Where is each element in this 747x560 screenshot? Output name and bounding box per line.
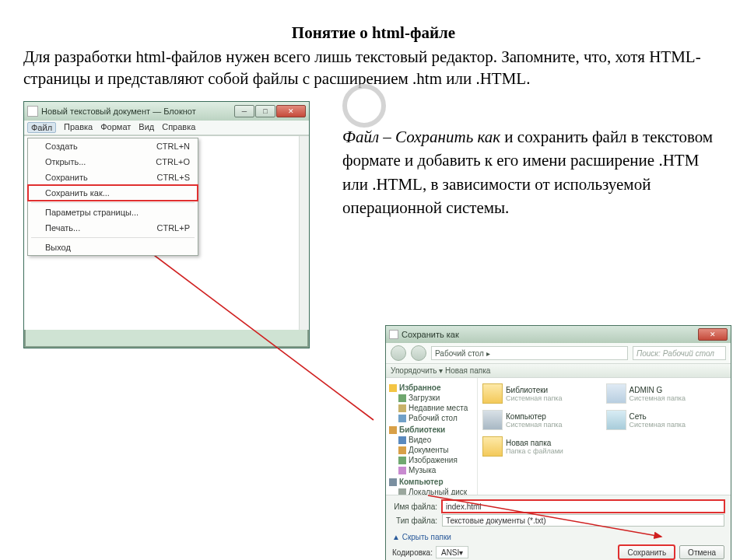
file-dropdown: Создать CTRL+N Открыть... CTRL+O Сохрани… — [27, 138, 198, 256]
menu-item-save-as[interactable]: Сохранить как... — [28, 185, 198, 201]
nav-localdisk[interactable]: Локальный диск — [388, 487, 475, 495]
notepad-menubar: Файл Правка Формат Вид Справка — [24, 121, 309, 135]
search-input[interactable]: Поиск: Рабочий стол — [633, 346, 726, 360]
item-computer[interactable]: КомпьютерСистемная папка — [482, 408, 603, 432]
saveas-title: Сохранить как — [402, 330, 697, 339]
menu-help[interactable]: Справка — [162, 122, 195, 133]
breadcrumb[interactable]: Рабочий стол ▸ — [431, 346, 628, 360]
save-button[interactable]: Сохранить — [619, 545, 675, 559]
decor-circle — [342, 84, 386, 128]
slide-heading: Понятие о html-файле — [23, 23, 724, 43]
saveas-icon — [389, 330, 398, 339]
notepad-window: Новый текстовый документ — Блокнот ─ □ ✕… — [23, 101, 310, 348]
instruction-paragraph: Файл – Сохранить как и сохранить файл в … — [342, 125, 724, 220]
nav-back-button[interactable] — [391, 345, 406, 361]
menu-item-save[interactable]: Сохранить CTRL+S — [28, 170, 198, 185]
intro-paragraph: Для разработки html-файлов нужен всего л… — [23, 46, 724, 90]
saveas-close-button[interactable]: ✕ — [698, 328, 728, 341]
nav-downloads[interactable]: Загрузки — [388, 393, 475, 403]
item-user[interactable]: ADMIN GСистемная папка — [606, 381, 727, 406]
menu-format[interactable]: Формат — [100, 122, 131, 133]
nav-images[interactable]: Изображения — [388, 455, 475, 465]
notepad-title: Новый текстовый документ — Блокнот — [41, 107, 233, 116]
scrollbar-vertical[interactable] — [299, 136, 309, 330]
maximize-button[interactable]: □ — [255, 105, 275, 117]
menu-item-print[interactable]: Печать... CTRL+P — [28, 220, 198, 236]
filetype-label: Тип файла: — [392, 516, 437, 525]
nav-recent[interactable]: Недавние места — [388, 403, 475, 413]
save-as-dialog: Сохранить как ✕ Рабочий стол ▸ Поиск: Ра… — [385, 325, 731, 560]
encoding-label: Кодировка: — [392, 548, 433, 557]
notepad-icon — [27, 106, 38, 117]
filetype-field[interactable]: Текстовые документы (*.txt) — [442, 514, 724, 527]
encoding-field[interactable]: ANSI ▾ — [436, 546, 468, 558]
item-newfolder[interactable]: Новая папкаПапка с файлами — [482, 434, 603, 459]
nav-pane: Избранное Загрузки Недавние места Рабочи… — [386, 378, 478, 495]
menu-edit[interactable]: Правка — [64, 122, 93, 133]
menu-view[interactable]: Вид — [139, 122, 154, 133]
minimize-button[interactable]: ─ — [234, 105, 254, 117]
item-libraries[interactable]: БиблиотекиСистемная папка — [482, 381, 603, 406]
nav-music[interactable]: Музыка — [388, 465, 475, 475]
menu-item-create[interactable]: Создать CTRL+N — [28, 138, 198, 154]
file-list: БиблиотекиСистемная папка ADMIN GСистемн… — [478, 378, 731, 495]
notepad-titlebar: Новый текстовый документ — Блокнот ─ □ ✕ — [24, 102, 309, 121]
menu-item-open[interactable]: Открыть... CTRL+O — [28, 154, 198, 170]
nav-forward-button[interactable] — [411, 345, 426, 361]
filename-label: Имя файла: — [392, 502, 437, 511]
saveas-toolbar[interactable]: Упорядочить ▾ Новая папка — [386, 364, 731, 378]
nav-documents[interactable]: Документы — [388, 445, 475, 455]
saveas-navbar: Рабочий стол ▸ Поиск: Рабочий стол — [386, 343, 731, 364]
nav-libraries[interactable]: Библиотеки — [389, 425, 475, 434]
item-network[interactable]: СетьСистемная папка — [606, 408, 727, 432]
hide-folders-link[interactable]: ▲ Скрыть папки — [386, 531, 731, 543]
nav-computer[interactable]: Компьютер — [389, 478, 475, 486]
nav-favorites[interactable]: Избранное — [389, 383, 475, 392]
nav-desktop[interactable]: Рабочий стол — [388, 413, 475, 423]
filename-field[interactable]: index.html — [442, 500, 724, 513]
cancel-button[interactable]: Отмена — [679, 545, 724, 559]
nav-video[interactable]: Видео — [388, 435, 475, 445]
menu-file[interactable]: Файл — [27, 122, 56, 133]
close-button[interactable]: ✕ — [276, 105, 306, 117]
menu-item-pagesetup[interactable]: Параметры страницы... — [28, 205, 198, 220]
instruction-emphasis: Файл – Сохранить как — [342, 128, 500, 146]
saveas-titlebar: Сохранить как ✕ — [386, 326, 731, 343]
menu-item-exit[interactable]: Выход — [28, 240, 198, 255]
